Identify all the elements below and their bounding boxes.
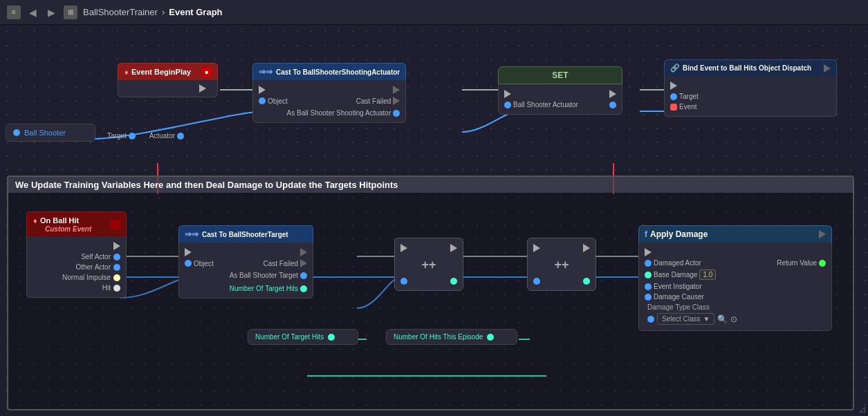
top-bar: ≡ ◀ ▶ ⊞ BallShooterTrainer › Event Graph bbox=[0, 0, 868, 25]
actuator-var-pin bbox=[177, 133, 184, 140]
hit-pin bbox=[113, 285, 120, 292]
cast-failed-label: Cast Failed bbox=[356, 97, 391, 105]
object-label: Object bbox=[268, 97, 288, 105]
event-instigator-pin bbox=[645, 283, 652, 290]
cast-icon: ⇒⇒ bbox=[259, 67, 273, 77]
pp1-in-pin bbox=[400, 278, 407, 285]
as-actuator-pin bbox=[393, 110, 400, 117]
ball-shooter-actuator-out-pin bbox=[609, 102, 616, 108]
select-class-clear-icon[interactable]: ⊙ bbox=[730, 314, 737, 324]
cast-to-actuator-node: ⇒⇒ Cast To BallShooterShootingActuator O… bbox=[252, 63, 406, 123]
cast-target-failed-label: Cast Failed bbox=[263, 260, 298, 267]
breadcrumb: BallShooterTrainer › Event Graph bbox=[83, 7, 223, 17]
pp2-exec-out bbox=[583, 244, 590, 252]
pp-node-2: ++ bbox=[527, 238, 596, 291]
target-in-pin bbox=[670, 93, 677, 100]
base-damage-pin bbox=[645, 272, 652, 278]
menu-icon[interactable]: ≡ bbox=[7, 6, 21, 19]
actuator-var-label: Actuator bbox=[149, 132, 175, 140]
bind-exec-out bbox=[824, 64, 831, 73]
damage-type-class-label: Damage Type Class bbox=[645, 303, 710, 311]
pp1-exec-in bbox=[400, 244, 407, 252]
as-target-label: As Ball Shooter Target bbox=[230, 272, 298, 279]
func-icon: f bbox=[645, 229, 647, 239]
select-class-label: Select Class bbox=[662, 315, 701, 323]
event-instigator-label: Event Instigator bbox=[654, 283, 701, 290]
resize-handle[interactable]: ⊿ bbox=[858, 404, 867, 415]
num-target-hits-node: Number Of Target Hits bbox=[248, 329, 358, 345]
cast-target-object-pin bbox=[185, 260, 192, 267]
dropdown-arrow: ▼ bbox=[703, 315, 710, 323]
pp2-out-pin bbox=[583, 278, 590, 285]
pp1-symbol: ++ bbox=[421, 258, 436, 272]
pp1-exec-out bbox=[450, 244, 457, 252]
ball-shooter-actuator-in-pin bbox=[504, 102, 511, 108]
as-target-pin bbox=[300, 272, 307, 279]
ball-shooter-output-pin bbox=[13, 129, 20, 136]
variable-outputs: Target Actuator bbox=[107, 132, 184, 140]
damage-causer-label: Damage Causer bbox=[654, 293, 704, 301]
normal-impulse-label: Normal Impulse bbox=[62, 274, 111, 281]
event-begin-play-node: ⬧ Event BeginPlay ■ bbox=[118, 63, 218, 97]
normal-impulse-pin bbox=[113, 274, 120, 281]
blueprint-canvas[interactable]: Ball Shooter ⬧ Event BeginPlay ■ ⇒⇒ Cast… bbox=[0, 25, 868, 416]
cast-exec-in bbox=[259, 86, 266, 94]
self-actor-pin bbox=[113, 254, 120, 261]
cast-exec-out bbox=[393, 86, 400, 94]
lightning-icon: ⬧ bbox=[124, 67, 129, 77]
grid-icon[interactable]: ⊞ bbox=[64, 6, 77, 19]
base-damage-value[interactable]: 1.0 bbox=[699, 270, 716, 280]
cast-target-failed-pin bbox=[300, 259, 307, 267]
apply-damage-node: f Apply Damage Damaged Actor Return Valu… bbox=[638, 225, 832, 331]
bind-exec-in bbox=[670, 82, 677, 90]
target-var-pin bbox=[129, 133, 136, 140]
set-exec-in bbox=[504, 90, 511, 98]
num-target-hits-pin bbox=[328, 334, 335, 341]
self-actor-label: Self Actor bbox=[81, 253, 111, 261]
as-actuator-label: As Ball Shooter Shooting Actuator bbox=[287, 109, 391, 117]
breadcrumb-root: BallShooterTrainer bbox=[83, 7, 158, 17]
ball-shooter-label: Ball Shooter bbox=[24, 129, 66, 137]
pp2-in-pin bbox=[533, 278, 540, 285]
nav-back[interactable]: ◀ bbox=[26, 6, 39, 19]
return-value-pin bbox=[819, 260, 826, 267]
cast-failed-pin bbox=[393, 97, 400, 105]
event-close-icon2[interactable] bbox=[111, 220, 120, 229]
set-node: SET Ball Shooter Actuator bbox=[498, 66, 622, 115]
on-ball-hit-label: On Ball Hit bbox=[40, 216, 79, 225]
bind-event-pin-label: Event bbox=[679, 103, 697, 111]
nav-forward[interactable]: ▶ bbox=[45, 6, 58, 19]
cast-target-label: Cast To BallShooterTarget bbox=[202, 231, 288, 238]
set-exec-out bbox=[609, 90, 616, 98]
apply-damage-exec-in bbox=[645, 248, 652, 256]
other-actor-label: Other Actor bbox=[75, 263, 111, 271]
damaged-actor-pin bbox=[645, 260, 652, 267]
apply-damage-label: Apply Damage bbox=[650, 229, 708, 239]
target-var-label: Target bbox=[107, 132, 127, 140]
cast-target-object-label: Object bbox=[194, 260, 214, 267]
apply-damage-exec-out bbox=[819, 230, 826, 238]
custom-event-label: Custom Event bbox=[33, 225, 91, 233]
num-hits-episode-pin bbox=[487, 334, 494, 341]
cast-actuator-label: Cast To BallShooterShootingActuator bbox=[276, 68, 400, 76]
event-close-icon[interactable]: ■ bbox=[202, 67, 212, 77]
set-label: SET bbox=[552, 70, 568, 80]
event-in-pin bbox=[670, 104, 677, 111]
select-class-search-icon[interactable]: 🔍 bbox=[717, 314, 728, 324]
num-target-hits-label: Number Of Target Hits bbox=[255, 333, 324, 341]
cast-target-exec-out bbox=[300, 248, 307, 256]
exec-out-pin bbox=[199, 84, 206, 93]
bind-event-node: 🔗 Bind Event to Ball Hits Object Dispatc… bbox=[664, 59, 837, 117]
damage-causer-pin bbox=[645, 294, 652, 301]
hit-label: Hit bbox=[102, 284, 111, 292]
base-damage-label: Base Damage bbox=[654, 271, 697, 278]
comment-box-lower-title: We Update Training Variables Here and th… bbox=[8, 177, 853, 193]
on-ball-hit-node: ⬧ On Ball Hit Custom Event Self Actor Ot… bbox=[26, 211, 127, 298]
return-value-label: Return Value bbox=[777, 259, 817, 267]
breadcrumb-sep: › bbox=[162, 7, 165, 17]
cast-target-icon: ⇒⇒ bbox=[185, 229, 198, 239]
damage-type-pin bbox=[647, 316, 654, 323]
on-ball-hit-exec-out bbox=[113, 242, 120, 250]
num-hits-episode-label: Number Of Hits This Episode bbox=[394, 333, 483, 341]
select-class-dropdown[interactable]: Select Class ▼ bbox=[657, 313, 714, 325]
